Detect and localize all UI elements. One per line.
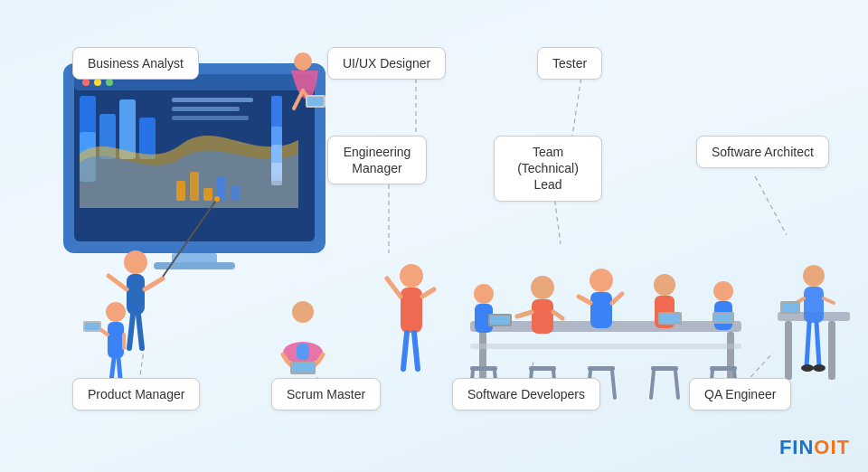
svg-rect-70 (470, 344, 741, 349)
label-tester: Tester (537, 47, 602, 80)
svg-point-78 (531, 276, 554, 299)
svg-line-116 (816, 323, 819, 366)
svg-rect-113 (782, 303, 798, 312)
svg-rect-27 (172, 116, 249, 120)
svg-line-66 (414, 333, 418, 369)
svg-point-47 (214, 196, 220, 202)
finoit-logo: FINOIT (779, 436, 850, 459)
label-software-developers: Software Developers (452, 378, 600, 411)
label-tech-lead: Team (Technical)Lead (494, 136, 602, 202)
svg-line-45 (138, 315, 142, 348)
svg-point-35 (294, 52, 312, 71)
svg-rect-62 (401, 288, 422, 333)
svg-point-48 (292, 301, 314, 323)
svg-line-114 (824, 298, 834, 303)
svg-point-14 (94, 79, 101, 86)
svg-rect-68 (479, 332, 486, 382)
svg-rect-110 (804, 287, 824, 323)
svg-point-40 (124, 250, 147, 274)
svg-line-65 (403, 333, 407, 369)
label-business-analyst: Business Analyst (72, 47, 199, 80)
svg-rect-108 (828, 321, 835, 380)
svg-rect-20 (139, 118, 156, 159)
svg-rect-57 (85, 323, 99, 330)
svg-rect-50 (297, 344, 309, 360)
label-product-manager: Product Manager (72, 378, 200, 411)
svg-line-91 (612, 371, 615, 398)
svg-line-63 (387, 278, 401, 297)
svg-line-42 (108, 276, 127, 289)
svg-point-61 (400, 264, 423, 288)
svg-line-80 (517, 312, 532, 316)
svg-line-87 (579, 297, 590, 303)
svg-line-44 (129, 315, 133, 348)
svg-rect-41 (127, 274, 145, 315)
svg-point-13 (82, 79, 90, 86)
svg-line-81 (553, 312, 562, 318)
svg-rect-39 (307, 97, 324, 106)
label-engineering-manager: EngineeringManager (327, 136, 427, 184)
svg-rect-52 (292, 363, 314, 373)
svg-rect-102 (714, 314, 732, 322)
svg-point-92 (654, 274, 675, 296)
svg-rect-24 (271, 163, 282, 185)
svg-rect-26 (172, 107, 240, 111)
svg-rect-25 (172, 98, 253, 102)
svg-rect-54 (108, 322, 124, 358)
svg-line-88 (612, 294, 622, 303)
svg-line-97 (651, 371, 654, 398)
svg-rect-74 (490, 316, 510, 325)
svg-rect-79 (532, 299, 553, 334)
label-scrum-master: Scrum Master (271, 378, 381, 411)
svg-rect-95 (660, 314, 680, 323)
svg-line-115 (807, 323, 809, 366)
svg-point-53 (106, 302, 126, 322)
svg-rect-32 (231, 185, 240, 201)
svg-rect-28 (176, 181, 185, 201)
svg-rect-29 (190, 172, 199, 201)
svg-point-109 (803, 265, 825, 287)
svg-point-85 (590, 269, 613, 292)
svg-point-118 (813, 364, 826, 372)
svg-point-117 (801, 364, 814, 372)
svg-rect-30 (203, 188, 212, 201)
svg-point-15 (106, 79, 113, 86)
svg-rect-86 (590, 292, 612, 328)
svg-line-64 (422, 289, 434, 297)
svg-point-71 (474, 284, 494, 304)
svg-line-43 (145, 278, 163, 289)
svg-rect-34 (154, 262, 235, 269)
svg-point-99 (713, 281, 733, 301)
label-software-architect: Software Architect (696, 136, 829, 168)
label-ui-ux-designer: UI/UX Designer (327, 47, 446, 80)
svg-line-98 (675, 371, 678, 398)
label-qa-engineer: QA Engineer (689, 378, 791, 411)
svg-rect-107 (785, 321, 792, 380)
